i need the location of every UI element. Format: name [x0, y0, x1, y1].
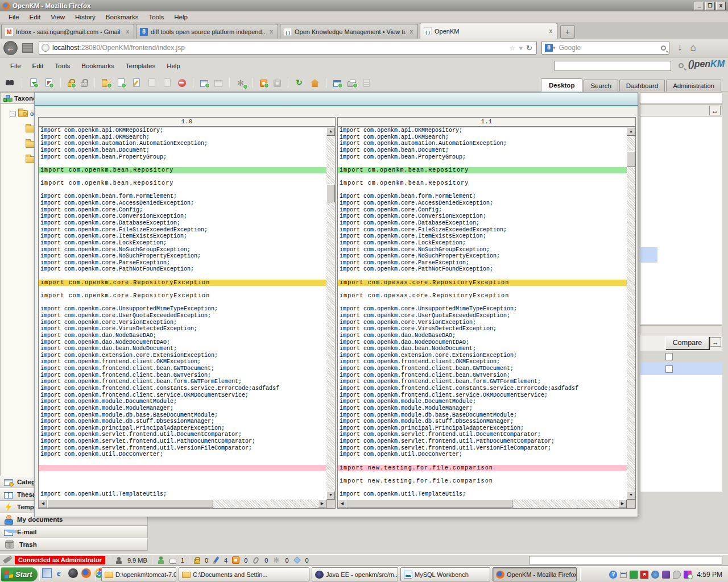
- browser-menu-edit[interactable]: Edit: [24, 13, 46, 22]
- app-menu-bookmarks[interactable]: Bookmarks: [76, 61, 120, 70]
- url-text[interactable]: localhost:28080/OpenKM/frontend/index.js…: [52, 44, 507, 52]
- download-pdf-icon[interactable]: [46, 78, 52, 87]
- status-input[interactable]: [529, 556, 722, 564]
- browser-menu-file[interactable]: File: [3, 13, 24, 22]
- home-icon[interactable]: ⌂: [690, 42, 696, 53]
- scroll-right-icon[interactable]: ▶: [318, 500, 326, 508]
- search-icon[interactable]: [661, 45, 666, 51]
- bookmark-star-icon[interactable]: ☆: [507, 44, 518, 52]
- app-menu-help[interactable]: Help: [161, 61, 186, 70]
- find-icon[interactable]: [6, 78, 15, 88]
- task-button-4[interactable]: MySQL Workbench: [400, 567, 490, 581]
- engine-dropdown-icon[interactable]: ▾: [553, 45, 556, 51]
- opera-icon[interactable]: [68, 568, 78, 578]
- start-button[interactable]: Start: [1, 567, 38, 581]
- browser-menu-tools[interactable]: Tools: [143, 13, 169, 22]
- horizontal-scrollbar[interactable]: ◀ ▶: [338, 500, 627, 508]
- chat-icon[interactable]: [673, 571, 681, 579]
- scroll-up-icon[interactable]: ▲: [326, 127, 335, 136]
- close-button[interactable]: X: [716, 2, 726, 10]
- checkout-document-icon[interactable]: [148, 78, 155, 87]
- site-identity-icon[interactable]: [42, 44, 49, 52]
- connected-users-icon[interactable]: [157, 556, 165, 564]
- task-button-5[interactable]: OpenKM - Mozilla Firefox: [493, 567, 577, 581]
- url-bar[interactable]: localhost:28080/OpenKM/frontend/index.js…: [39, 41, 537, 55]
- firefox-icon[interactable]: [81, 568, 91, 578]
- browser-tab-1[interactable]: Inbox - sasi.rigan@gmail.com - Gmailx: [1, 24, 134, 39]
- browser-menu-view[interactable]: View: [46, 13, 70, 22]
- sidebar-panel-e-mail[interactable]: E-mail: [0, 526, 148, 538]
- app-menu-templates[interactable]: Templates: [120, 61, 161, 70]
- add-note-icon[interactable]: [333, 80, 341, 87]
- vnc-icon[interactable]: [630, 571, 638, 579]
- app-search-input[interactable]: [555, 61, 671, 71]
- browser-tab-3[interactable]: Open Knowledge Management • View top...x: [280, 24, 418, 39]
- restore-button[interactable]: ❐: [705, 2, 715, 10]
- java-icon[interactable]: [651, 571, 659, 579]
- browser-tab-4[interactable]: OpenKMx: [420, 23, 557, 39]
- scrollbar-thumb[interactable]: [47, 500, 213, 508]
- back-button[interactable]: ←: [3, 41, 18, 55]
- tab-desktop[interactable]: Desktop: [541, 78, 582, 92]
- reload-icon[interactable]: ↻: [524, 44, 534, 52]
- restore-icon[interactable]: [620, 572, 627, 578]
- vertical-scrollbar[interactable]: ▲ ▼: [627, 127, 635, 500]
- info-icon[interactable]: [363, 79, 370, 87]
- home-icon[interactable]: [311, 79, 319, 87]
- remove-subscription-icon[interactable]: [274, 80, 281, 87]
- tab-close-icon[interactable]: x: [408, 28, 414, 35]
- msn-icon[interactable]: [662, 571, 670, 579]
- browser-menu-bookmarks[interactable]: Bookmarks: [101, 13, 144, 22]
- resize-panel-button[interactable]: ↔: [709, 106, 721, 115]
- task-button-3[interactable]: Java EE - openkm/src/m...: [312, 567, 398, 581]
- task-button-2[interactable]: C:\Documents and Settin...: [179, 567, 309, 581]
- app-search-icon[interactable]: [679, 63, 684, 68]
- task-button-1[interactable]: D:\openkm\tomcat-7.0.2...: [101, 567, 176, 581]
- editing-documents-icon[interactable]: [213, 556, 220, 564]
- create-folder-icon[interactable]: [102, 81, 110, 87]
- remove-property-group-icon[interactable]: [214, 80, 222, 87]
- compare-button[interactable]: Compare: [665, 336, 709, 350]
- tab-dashboard[interactable]: Dashboard: [619, 80, 665, 92]
- dialog-titlebar[interactable]: [35, 93, 638, 106]
- downloads-icon[interactable]: ↓: [677, 42, 682, 53]
- tab-close-icon[interactable]: x: [125, 28, 130, 35]
- app-menu-edit[interactable]: Edit: [27, 61, 49, 70]
- sidebar-panel-trash[interactable]: Trash: [0, 538, 148, 551]
- add-subscription-icon[interactable]: [260, 80, 267, 87]
- tab-close-icon[interactable]: x: [548, 28, 553, 34]
- print-icon[interactable]: [348, 81, 356, 87]
- new-tab-button[interactable]: +: [560, 25, 575, 39]
- cancel-checkout-icon[interactable]: [178, 79, 186, 87]
- version-row-1[interactable]: [640, 351, 722, 363]
- show-desktop-icon[interactable]: [42, 568, 52, 578]
- browser-tab-2[interactable]: diff tools open source platform independ…: [136, 24, 278, 39]
- minimize-button[interactable]: _: [694, 2, 704, 10]
- browser-menu-help[interactable]: Help: [169, 13, 193, 22]
- start-workflow-icon[interactable]: [237, 78, 246, 88]
- refresh-icon[interactable]: [295, 78, 304, 88]
- panel-icon[interactable]: [22, 43, 33, 53]
- subscriptions-icon[interactable]: [232, 556, 239, 564]
- dropdown-arrow-icon[interactable]: ▾: [518, 44, 525, 52]
- collapse-icon[interactable]: −: [10, 111, 16, 117]
- keywords-icon[interactable]: [293, 556, 301, 564]
- chat-icon[interactable]: [169, 559, 176, 564]
- window-titlebar[interactable]: OpenKM - Mozilla Firefox _ ❐ X: [0, 0, 728, 11]
- pdf-icon[interactable]: [640, 571, 648, 579]
- app-menu-tools[interactable]: Tools: [49, 61, 76, 70]
- workflows-icon[interactable]: [272, 556, 280, 564]
- scroll-up-icon[interactable]: ▲: [627, 127, 635, 136]
- checkin-document-icon[interactable]: [164, 78, 171, 87]
- create-document-icon[interactable]: [118, 78, 125, 87]
- tab-search[interactable]: Search: [584, 80, 618, 92]
- version-checkbox[interactable]: [665, 365, 673, 373]
- horizontal-scrollbar[interactable]: ◀ ▶: [39, 500, 326, 508]
- edit-document-icon[interactable]: [133, 78, 140, 87]
- lock-icon[interactable]: [68, 82, 75, 87]
- attachments-icon[interactable]: [253, 556, 260, 564]
- version-checkbox[interactable]: [665, 353, 673, 360]
- scroll-left-icon[interactable]: ◀: [39, 500, 47, 508]
- version-row-2[interactable]: [640, 363, 722, 375]
- browser-search-bar[interactable]: ▾ Google: [541, 41, 669, 55]
